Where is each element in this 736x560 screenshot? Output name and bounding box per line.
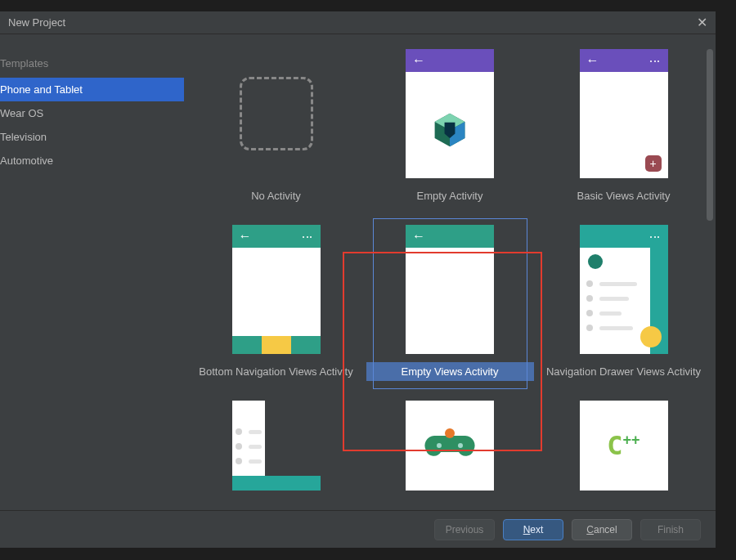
svg-point-7: [445, 428, 455, 438]
template-game[interactable]: [366, 394, 534, 504]
template-label: Empty Activity: [409, 186, 491, 205]
sidebar-item-label: Automotive: [0, 155, 53, 167]
template-no-activity[interactable]: No Activity: [192, 43, 360, 218]
template-label: No Activity: [243, 186, 309, 205]
new-project-dialog: New Project ✕ Templates Phone and Tablet…: [0, 11, 716, 548]
back-arrow-icon: ←: [239, 229, 252, 244]
template-thumb: ← ⋮: [232, 225, 321, 354]
thumb-topbar: ← ⋮: [580, 49, 668, 72]
drawer-avatar-icon: [588, 254, 603, 269]
kebab-icon: ⋮: [648, 231, 662, 241]
template-basic-views-activity[interactable]: ← ⋮ + Basic Views Activity: [540, 43, 707, 218]
sidebar-heading: Templates: [0, 52, 184, 78]
template-label: Navigation Drawer Views Activity: [538, 362, 709, 381]
sidebar-item-wear-os[interactable]: Wear OS: [0, 101, 184, 125]
next-button[interactable]: Next: [503, 519, 563, 540]
back-arrow-icon: ←: [412, 53, 425, 68]
responsive-left: [232, 401, 265, 476]
button-label: Cancel: [586, 524, 617, 535]
thumb-topbar: ← ⋮: [232, 225, 321, 248]
previous-button: Previous: [434, 519, 495, 540]
template-thumb: [232, 49, 321, 178]
scrollbar-thumb[interactable]: [707, 49, 713, 221]
window-title: New Project: [8, 16, 65, 29]
sidebar-item-automotive[interactable]: Automotive: [0, 149, 184, 172]
svg-point-8: [437, 443, 442, 448]
gamepad-icon: [424, 428, 475, 464]
cancel-button[interactable]: Cancel: [572, 519, 632, 540]
thumb-topbar: [232, 476, 321, 491]
template-scroll[interactable]: No Activity ←: [184, 34, 716, 548]
template-native-cpp[interactable]: C++: [540, 394, 707, 504]
template-thumb: ← ⋮ +: [580, 49, 668, 178]
thumb-topbar: ←: [406, 225, 494, 248]
sidebar-item-label: Television: [0, 131, 47, 143]
template-label: Empty Views Activity: [366, 362, 534, 381]
template-empty-activity[interactable]: ← Empty Activity: [366, 43, 534, 218]
fab-plus-icon: +: [645, 155, 662, 172]
template-navigation-drawer[interactable]: . ⋮ Navigation Drawer Views: [540, 218, 707, 394]
finish-button: Finish: [640, 519, 701, 540]
kebab-icon: ⋮: [648, 56, 662, 65]
thumb-topbar: ←: [406, 49, 494, 72]
close-icon[interactable]: ✕: [697, 16, 707, 29]
template-thumb: . ⋮: [580, 225, 668, 354]
svg-point-9: [458, 443, 463, 448]
template-responsive[interactable]: [192, 394, 360, 504]
footer: Previous Next Cancel Finish: [0, 510, 716, 548]
dashed-placeholder-icon: [240, 77, 313, 150]
back-arrow-icon: ←: [412, 229, 425, 244]
cpp-icon: C++: [607, 430, 640, 461]
back-arrow-icon: ←: [586, 53, 599, 68]
template-empty-views-activity[interactable]: ← Empty Views Activity: [366, 218, 534, 394]
button-label: Previous: [446, 524, 484, 535]
template-thumb: ←: [406, 49, 494, 178]
fab-circle-icon: [640, 326, 662, 347]
kebab-icon: ⋮: [301, 231, 314, 241]
template-thumb: [406, 401, 494, 491]
compose-cube-icon: [431, 111, 469, 149]
sidebar-item-label: Wear OS: [0, 107, 43, 119]
template-bottom-navigation[interactable]: ← ⋮ Bottom Navigation Views Activity: [192, 218, 360, 394]
dialog-content: Templates Phone and Tablet Wear OS Telev…: [0, 34, 716, 548]
bottom-nav-icon: [232, 336, 321, 354]
scrollbar[interactable]: [704, 47, 716, 507]
sidebar: Templates Phone and Tablet Wear OS Telev…: [0, 34, 184, 548]
thumb-topbar: . ⋮: [580, 225, 668, 248]
template-label: Bottom Navigation Views Activity: [191, 362, 361, 381]
sidebar-item-label: Phone and Tablet: [0, 83, 83, 96]
template-grid: No Activity ←: [192, 43, 707, 504]
button-label: Next: [523, 524, 544, 535]
template-thumb: ←: [406, 225, 494, 354]
sidebar-item-phone-and-tablet[interactable]: Phone and Tablet: [0, 78, 184, 101]
template-label: Basic Views Activity: [569, 186, 679, 205]
sidebar-item-television[interactable]: Television: [0, 125, 184, 149]
template-thumb: C++: [580, 401, 668, 491]
drawer-lines-icon: [580, 272, 644, 347]
button-label: Finish: [657, 524, 684, 535]
titlebar: New Project ✕: [0, 11, 716, 34]
template-thumb: [232, 401, 321, 491]
